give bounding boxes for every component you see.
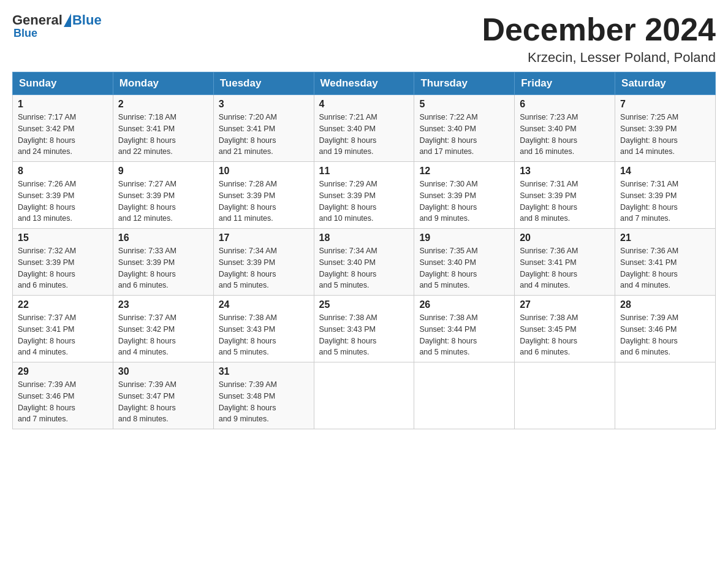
- day-number: 16: [118, 232, 208, 243]
- col-saturday: Saturday: [615, 72, 716, 95]
- day-number: 8: [18, 166, 108, 177]
- table-row: 30Sunrise: 7:39 AMSunset: 3:47 PMDayligh…: [113, 362, 213, 429]
- day-info: Sunrise: 7:26 AMSunset: 3:39 PMDaylight:…: [18, 178, 108, 224]
- day-number: 28: [620, 299, 710, 310]
- table-row: 22Sunrise: 7:37 AMSunset: 3:41 PMDayligh…: [13, 296, 113, 362]
- day-info: Sunrise: 7:22 AMSunset: 3:40 PMDaylight:…: [419, 112, 509, 158]
- day-info: Sunrise: 7:38 AMSunset: 3:43 PMDaylight:…: [219, 312, 309, 358]
- table-row: 1Sunrise: 7:17 AMSunset: 3:42 PMDaylight…: [13, 95, 113, 162]
- calendar-table: Sunday Monday Tuesday Wednesday Thursday…: [12, 72, 716, 429]
- day-info: Sunrise: 7:27 AMSunset: 3:39 PMDaylight:…: [118, 178, 208, 224]
- table-row: 14Sunrise: 7:31 AMSunset: 3:39 PMDayligh…: [615, 162, 716, 229]
- table-row: 8Sunrise: 7:26 AMSunset: 3:39 PMDaylight…: [13, 162, 113, 229]
- col-monday: Monday: [113, 72, 213, 95]
- day-info: Sunrise: 7:30 AMSunset: 3:39 PMDaylight:…: [419, 178, 509, 224]
- table-row: [414, 362, 515, 429]
- col-wednesday: Wednesday: [314, 72, 414, 95]
- day-info: Sunrise: 7:38 AMSunset: 3:45 PMDaylight:…: [520, 312, 610, 358]
- day-number: 1: [18, 99, 108, 110]
- day-number: 10: [219, 166, 309, 177]
- title-block: December 2024 Krzecin, Lesser Poland, Po…: [482, 12, 716, 66]
- logo: General Blue Blue: [12, 12, 102, 40]
- day-number: 11: [319, 166, 409, 177]
- day-info: Sunrise: 7:38 AMSunset: 3:43 PMDaylight:…: [319, 312, 409, 358]
- table-row: 27Sunrise: 7:38 AMSunset: 3:45 PMDayligh…: [515, 296, 615, 362]
- day-number: 23: [118, 299, 208, 310]
- table-row: [615, 362, 716, 429]
- table-row: 3Sunrise: 7:20 AMSunset: 3:41 PMDaylight…: [213, 95, 314, 162]
- day-number: 31: [219, 366, 309, 377]
- day-info: Sunrise: 7:18 AMSunset: 3:41 PMDaylight:…: [118, 112, 208, 158]
- day-number: 14: [620, 166, 710, 177]
- table-row: 17Sunrise: 7:34 AMSunset: 3:39 PMDayligh…: [213, 229, 314, 296]
- day-info: Sunrise: 7:31 AMSunset: 3:39 PMDaylight:…: [520, 178, 610, 224]
- table-row: 5Sunrise: 7:22 AMSunset: 3:40 PMDaylight…: [414, 95, 515, 162]
- day-number: 30: [118, 366, 208, 377]
- day-number: 18: [319, 232, 409, 243]
- day-number: 7: [620, 99, 710, 110]
- table-row: 15Sunrise: 7:32 AMSunset: 3:39 PMDayligh…: [13, 229, 113, 296]
- day-info: Sunrise: 7:23 AMSunset: 3:40 PMDaylight:…: [520, 112, 610, 158]
- day-number: 12: [419, 166, 509, 177]
- table-row: 21Sunrise: 7:36 AMSunset: 3:41 PMDayligh…: [615, 229, 716, 296]
- table-row: 4Sunrise: 7:21 AMSunset: 3:40 PMDaylight…: [314, 95, 414, 162]
- table-row: 2Sunrise: 7:18 AMSunset: 3:41 PMDaylight…: [113, 95, 213, 162]
- table-row: 6Sunrise: 7:23 AMSunset: 3:40 PMDaylight…: [515, 95, 615, 162]
- col-thursday: Thursday: [414, 72, 515, 95]
- table-row: 12Sunrise: 7:30 AMSunset: 3:39 PMDayligh…: [414, 162, 515, 229]
- table-row: 23Sunrise: 7:37 AMSunset: 3:42 PMDayligh…: [113, 296, 213, 362]
- day-info: Sunrise: 7:35 AMSunset: 3:40 PMDaylight:…: [419, 245, 509, 291]
- day-info: Sunrise: 7:39 AMSunset: 3:47 PMDaylight:…: [118, 379, 208, 425]
- table-row: 28Sunrise: 7:39 AMSunset: 3:46 PMDayligh…: [615, 296, 716, 362]
- day-info: Sunrise: 7:20 AMSunset: 3:41 PMDaylight:…: [219, 112, 309, 158]
- day-number: 26: [419, 299, 509, 310]
- day-number: 21: [620, 232, 710, 243]
- logo-blue-text: Blue: [72, 12, 102, 28]
- table-row: [515, 362, 615, 429]
- day-number: 24: [219, 299, 309, 310]
- day-info: Sunrise: 7:34 AMSunset: 3:40 PMDaylight:…: [319, 245, 409, 291]
- day-info: Sunrise: 7:33 AMSunset: 3:39 PMDaylight:…: [118, 245, 208, 291]
- table-row: 18Sunrise: 7:34 AMSunset: 3:40 PMDayligh…: [314, 229, 414, 296]
- day-number: 22: [18, 299, 108, 310]
- day-info: Sunrise: 7:34 AMSunset: 3:39 PMDaylight:…: [219, 245, 309, 291]
- day-number: 15: [18, 232, 108, 243]
- day-number: 27: [520, 299, 610, 310]
- day-number: 19: [419, 232, 509, 243]
- day-number: 3: [219, 99, 309, 110]
- day-number: 13: [520, 166, 610, 177]
- day-info: Sunrise: 7:21 AMSunset: 3:40 PMDaylight:…: [319, 112, 409, 158]
- table-row: 7Sunrise: 7:25 AMSunset: 3:39 PMDaylight…: [615, 95, 716, 162]
- table-row: 29Sunrise: 7:39 AMSunset: 3:46 PMDayligh…: [13, 362, 113, 429]
- table-row: 10Sunrise: 7:28 AMSunset: 3:39 PMDayligh…: [213, 162, 314, 229]
- day-info: Sunrise: 7:36 AMSunset: 3:41 PMDaylight:…: [620, 245, 710, 291]
- calendar-week-row: 22Sunrise: 7:37 AMSunset: 3:41 PMDayligh…: [13, 296, 716, 362]
- calendar-week-row: 1Sunrise: 7:17 AMSunset: 3:42 PMDaylight…: [13, 95, 716, 162]
- day-number: 4: [319, 99, 409, 110]
- day-number: 5: [419, 99, 509, 110]
- day-info: Sunrise: 7:39 AMSunset: 3:46 PMDaylight:…: [620, 312, 710, 358]
- logo-general-text: General: [12, 12, 63, 28]
- day-info: Sunrise: 7:37 AMSunset: 3:42 PMDaylight:…: [118, 312, 208, 358]
- day-info: Sunrise: 7:31 AMSunset: 3:39 PMDaylight:…: [620, 178, 710, 224]
- day-info: Sunrise: 7:36 AMSunset: 3:41 PMDaylight:…: [520, 245, 610, 291]
- logo-triangle-icon: [64, 13, 71, 27]
- day-number: 2: [118, 99, 208, 110]
- day-number: 9: [118, 166, 208, 177]
- table-row: 24Sunrise: 7:38 AMSunset: 3:43 PMDayligh…: [213, 296, 314, 362]
- table-row: [314, 362, 414, 429]
- logo-underline: Blue: [13, 27, 37, 40]
- day-number: 29: [18, 366, 108, 377]
- table-row: 25Sunrise: 7:38 AMSunset: 3:43 PMDayligh…: [314, 296, 414, 362]
- col-tuesday: Tuesday: [213, 72, 314, 95]
- day-info: Sunrise: 7:17 AMSunset: 3:42 PMDaylight:…: [18, 112, 108, 158]
- page-header: General Blue Blue December 2024 Krzecin,…: [12, 12, 716, 66]
- location-title: Krzecin, Lesser Poland, Poland: [482, 50, 716, 66]
- table-row: 9Sunrise: 7:27 AMSunset: 3:39 PMDaylight…: [113, 162, 213, 229]
- day-number: 25: [319, 299, 409, 310]
- table-row: 31Sunrise: 7:39 AMSunset: 3:48 PMDayligh…: [213, 362, 314, 429]
- day-number: 6: [520, 99, 610, 110]
- calendar-week-row: 15Sunrise: 7:32 AMSunset: 3:39 PMDayligh…: [13, 229, 716, 296]
- day-info: Sunrise: 7:39 AMSunset: 3:46 PMDaylight:…: [18, 379, 108, 425]
- day-info: Sunrise: 7:37 AMSunset: 3:41 PMDaylight:…: [18, 312, 108, 358]
